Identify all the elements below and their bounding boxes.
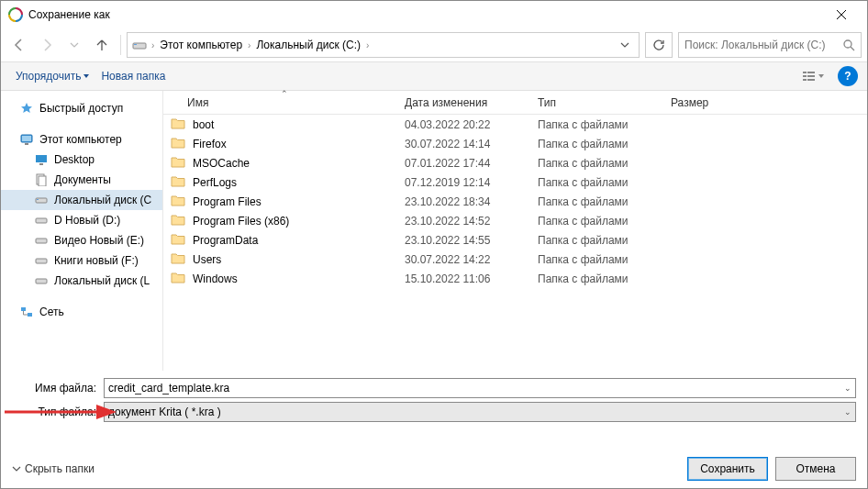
file-name: Users xyxy=(193,253,221,266)
search-icon xyxy=(842,39,855,51)
sidebar-e-drive[interactable]: Видео Новый (E:) xyxy=(1,230,162,250)
search-input[interactable] xyxy=(684,39,842,51)
sidebar-item-label: Desktop xyxy=(54,153,95,166)
sidebar-item-label: D Новый (D:) xyxy=(54,214,120,227)
folder-icon xyxy=(171,213,187,229)
column-type[interactable]: Тип xyxy=(530,91,663,114)
breadcrumb-local-disk[interactable]: Локальный диск (C:) xyxy=(252,37,364,53)
table-row[interactable]: ProgramData23.10.2022 14:55Папка с файла… xyxy=(163,230,867,250)
svg-rect-19 xyxy=(36,218,47,223)
table-row[interactable]: boot04.03.2022 20:22Папка с файлами xyxy=(163,115,867,134)
svg-rect-2 xyxy=(134,44,137,45)
drive-icon xyxy=(34,233,49,248)
folder-icon xyxy=(171,251,187,268)
sidebar-item-label: Видео Новый (E:) xyxy=(54,234,144,247)
filetype-value: документ Krita ( *.kra ) xyxy=(108,406,844,418)
sidebar-network[interactable]: Сеть xyxy=(1,302,162,322)
sidebar-item-label: Этот компьютер xyxy=(39,133,122,146)
svg-rect-9 xyxy=(807,79,815,81)
toolbar: Упорядочить Новая папка ? xyxy=(1,61,867,91)
table-row[interactable]: Program Files23.10.2022 18:34Папка с фай… xyxy=(163,192,867,211)
close-button[interactable] xyxy=(823,1,860,28)
organize-button[interactable]: Упорядочить xyxy=(10,66,95,86)
breadcrumb-separator: › xyxy=(151,40,154,50)
forward-button[interactable] xyxy=(34,32,60,58)
file-date: 30.07.2022 14:22 xyxy=(397,253,530,266)
hide-folders-label: Скрыть папки xyxy=(25,462,95,475)
address-bar[interactable]: › Этот компьютер › Локальный диск (C:) › xyxy=(127,32,640,58)
krita-icon xyxy=(8,7,23,22)
sidebar: Быстрый доступ Этот компьютер Desktop До… xyxy=(1,91,163,371)
recent-dropdown[interactable] xyxy=(61,32,87,58)
navbar: › Этот компьютер › Локальный диск (C:) › xyxy=(1,28,867,61)
hide-folders-button[interactable]: Скрыть папки xyxy=(12,462,95,475)
svg-rect-7 xyxy=(807,75,815,77)
pc-icon xyxy=(19,132,34,147)
svg-rect-16 xyxy=(39,176,46,186)
table-row[interactable]: PerfLogs07.12.2019 12:14Папка с файлами xyxy=(163,172,867,192)
filetype-combobox[interactable]: документ Krita ( *.kra ) ⌄ xyxy=(104,402,856,422)
file-date: 15.10.2022 11:06 xyxy=(397,272,530,285)
svg-rect-17 xyxy=(36,198,47,203)
drive-icon xyxy=(34,253,49,268)
column-label: Имя xyxy=(187,96,208,109)
column-date[interactable]: Дата изменения xyxy=(397,91,530,114)
filename-dropdown[interactable]: ⌄ xyxy=(840,383,855,393)
file-date: 04.03.2022 20:22 xyxy=(397,118,530,131)
svg-rect-4 xyxy=(803,72,807,73)
svg-point-3 xyxy=(844,40,851,48)
back-button[interactable] xyxy=(6,32,32,58)
folder-icon xyxy=(171,155,187,172)
filename-input[interactable] xyxy=(105,379,840,397)
file-date: 23.10.2022 14:52 xyxy=(397,215,530,228)
sidebar-local-disk-c[interactable]: Локальный диск (C xyxy=(1,190,162,210)
new-folder-button[interactable]: Новая папка xyxy=(95,66,171,86)
svg-rect-1 xyxy=(133,43,146,49)
view-options-button[interactable] xyxy=(797,65,830,87)
file-date: 07.12.2019 12:14 xyxy=(397,176,530,189)
svg-rect-24 xyxy=(28,313,32,317)
folder-icon xyxy=(171,117,187,133)
refresh-button[interactable] xyxy=(645,32,673,58)
network-icon xyxy=(19,305,34,319)
file-name: Program Files xyxy=(193,195,262,208)
svg-rect-23 xyxy=(21,307,26,311)
save-button[interactable]: Сохранить xyxy=(687,457,768,481)
sidebar-quick-access[interactable]: Быстрый доступ xyxy=(1,98,162,118)
breadcrumb-this-pc[interactable]: Этот компьютер xyxy=(156,37,246,53)
folder-icon xyxy=(171,232,187,249)
file-date: 23.10.2022 14:55 xyxy=(397,234,530,247)
folder-icon xyxy=(171,271,187,287)
table-row[interactable]: Firefox30.07.2022 14:14Папка с файлами xyxy=(163,134,867,153)
sidebar-documents[interactable]: Документы xyxy=(1,170,162,190)
documents-icon xyxy=(34,172,49,187)
sidebar-l-drive[interactable]: Локальный диск (L xyxy=(1,271,162,291)
sidebar-desktop[interactable]: Desktop xyxy=(1,150,162,170)
star-icon xyxy=(19,101,34,116)
sort-asc-icon: ⌃ xyxy=(281,89,288,98)
column-size[interactable]: Размер xyxy=(663,91,755,114)
search-box[interactable] xyxy=(678,32,862,58)
drive-icon xyxy=(131,37,148,53)
help-button[interactable]: ? xyxy=(838,66,858,86)
cancel-button[interactable]: Отмена xyxy=(775,457,856,481)
svg-rect-21 xyxy=(36,259,47,263)
table-row[interactable]: Windows15.10.2022 11:06Папка с файлами xyxy=(163,269,867,288)
svg-rect-20 xyxy=(36,239,47,243)
folder-icon xyxy=(171,136,187,152)
breadcrumb-separator: › xyxy=(248,40,250,50)
svg-rect-18 xyxy=(37,199,39,200)
address-dropdown[interactable] xyxy=(615,40,635,50)
folder-icon xyxy=(171,174,187,191)
table-row[interactable]: Users30.07.2022 14:22Папка с файлами xyxy=(163,250,867,269)
table-row[interactable]: MSOCache07.01.2022 17:44Папка с файлами xyxy=(163,153,867,172)
up-button[interactable] xyxy=(89,32,115,58)
table-row[interactable]: Program Files (x86)23.10.2022 14:52Папка… xyxy=(163,211,867,230)
drive-icon xyxy=(34,273,49,288)
sidebar-d-drive[interactable]: D Новый (D:) xyxy=(1,210,162,230)
column-name[interactable]: ⌃ Имя xyxy=(163,91,397,114)
sidebar-this-pc[interactable]: Этот компьютер xyxy=(1,129,162,150)
sidebar-f-drive[interactable]: Книги новый (F:) xyxy=(1,250,162,271)
desktop-icon xyxy=(34,152,49,167)
organize-label: Упорядочить xyxy=(16,70,81,83)
